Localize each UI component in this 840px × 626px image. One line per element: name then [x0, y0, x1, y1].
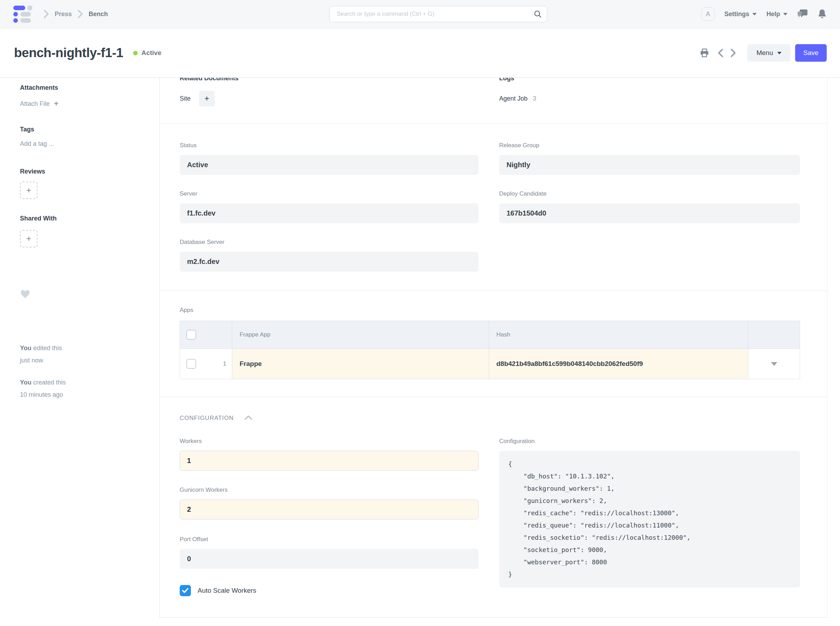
created-meta: You created this 10 minutes ago	[20, 376, 149, 401]
configuration-section-toggle[interactable]: CONFIGURATION	[180, 415, 800, 422]
page-actions: Menu Save	[699, 44, 827, 62]
help-label: Help	[767, 11, 780, 18]
row-index: 1	[223, 360, 226, 367]
settings-label: Settings	[724, 11, 749, 18]
plus-icon: +	[54, 99, 58, 108]
select-all-checkbox[interactable]	[186, 330, 196, 340]
menu-button-label: Menu	[756, 49, 773, 57]
status-field: Status Active	[180, 142, 478, 175]
chevron-down-icon	[753, 13, 757, 16]
gunicorn-workers-input[interactable]	[180, 499, 478, 520]
database-server-value[interactable]: m2.fc.dev	[180, 252, 478, 272]
avatar-letter: A	[706, 11, 710, 18]
breadcrumb-press[interactable]: Press	[55, 11, 72, 18]
like-heart-icon[interactable]	[20, 289, 149, 300]
edited-meta: You edited this just now	[20, 342, 149, 367]
column-header-hash: Hash	[497, 331, 511, 338]
auto-scale-workers-checkbox[interactable]	[180, 585, 191, 596]
database-server-field: Database Server m2.fc.dev	[180, 239, 478, 272]
save-button[interactable]: Save	[795, 44, 827, 62]
global-search	[329, 6, 547, 22]
details-right-column: Release Group Nightly Deploy Candidate 1…	[499, 124, 800, 291]
plus-icon: +	[26, 234, 31, 244]
auto-scale-workers-field: Auto Scale Workers	[180, 585, 478, 596]
workers-label: Workers	[180, 438, 478, 445]
apps-table: Frappe App Hash 1 Frappe d8b421b49a8bf61…	[180, 321, 800, 379]
menu-button[interactable]: Menu	[747, 44, 791, 62]
related-documents-heading: Related Documents	[180, 78, 478, 82]
help-dropdown[interactable]: Help	[767, 11, 787, 18]
attach-file-label: Attach File	[20, 100, 50, 108]
prev-document-icon[interactable]	[717, 48, 724, 58]
edited-user: You	[20, 344, 31, 352]
apps-section: Apps Frappe App Hash 1 Frappe d8b	[160, 291, 827, 397]
breadcrumb: Press Bench	[44, 9, 108, 19]
gunicorn-workers-field: Gunicorn Workers	[180, 487, 478, 520]
add-tag-input[interactable]: Add a tag ...	[20, 140, 149, 147]
server-field: Server f1.fc.dev	[180, 190, 478, 223]
deploy-candidate-label: Deploy Candidate	[499, 190, 800, 197]
reviews-heading: Reviews	[20, 168, 149, 175]
chevron-right-icon	[44, 9, 49, 19]
configuration-json-code: { "db_host": "10.1.3.102", "background_w…	[499, 451, 800, 587]
dashboard-section: Related Documents Site + Logs Agent Job …	[160, 78, 827, 124]
details-left-column: Status Active Server f1.fc.dev Database …	[180, 124, 478, 291]
chevron-down-icon	[777, 52, 782, 54]
status-label: Status	[180, 142, 478, 149]
status-value: Active	[180, 155, 478, 175]
settings-dropdown[interactable]: Settings	[724, 11, 757, 18]
avatar[interactable]: A	[701, 7, 715, 21]
chevron-up-icon	[244, 415, 253, 422]
port-offset-field: Port Offset 0	[180, 536, 478, 569]
notifications-bell-icon[interactable]	[818, 9, 827, 19]
workers-field: Workers	[180, 438, 478, 471]
chat-icon[interactable]	[797, 9, 808, 19]
server-value[interactable]: f1.fc.dev	[180, 203, 478, 223]
configuration-section: CONFIGURATION Workers Gunicorn Workers	[160, 397, 827, 617]
new-site-button[interactable]: +	[199, 91, 215, 106]
apps-table-header: Frappe App Hash	[180, 321, 800, 349]
row-expand-dropdown-icon[interactable]	[771, 362, 777, 366]
edited-when: just now	[20, 354, 149, 367]
search-icon[interactable]	[534, 10, 542, 20]
search-input[interactable]	[329, 6, 547, 22]
created-when: 10 minutes ago	[20, 389, 149, 401]
attach-file-button[interactable]: Attach File +	[20, 99, 149, 108]
server-label: Server	[180, 190, 478, 197]
configuration-left-column: Workers Gunicorn Workers Port Offset 0	[180, 422, 478, 596]
add-share-button[interactable]: +	[20, 230, 37, 247]
column-header-frappe-app: Frappe App	[240, 331, 270, 338]
navbar-right: A Settings Help	[701, 7, 827, 21]
agent-job-link[interactable]: Agent Job	[499, 95, 528, 102]
agent-job-count: 3	[533, 95, 536, 102]
app-cell[interactable]: Frappe	[240, 360, 262, 368]
site-link[interactable]: Site	[180, 95, 190, 102]
chevron-down-icon	[783, 13, 787, 16]
auto-scale-workers-label: Auto Scale Workers	[198, 587, 256, 595]
release-group-field: Release Group Nightly	[499, 142, 800, 175]
related-documents-column: Related Documents Site +	[180, 78, 478, 124]
add-review-button[interactable]: +	[20, 182, 37, 199]
logs-column: Logs Agent Job 3	[499, 78, 800, 124]
status-badge: Active	[133, 49, 161, 57]
workers-input[interactable]	[180, 451, 478, 471]
release-group-value[interactable]: Nightly	[499, 155, 800, 175]
frappe-logo-icon[interactable]	[13, 6, 33, 23]
page: Press Bench A Settings Help	[0, 0, 840, 626]
breadcrumb-bench[interactable]: Bench	[89, 11, 108, 18]
hash-cell[interactable]: d8b421b49a8bf61c599b048140cbb2062fed50f9	[497, 360, 643, 368]
plus-icon: +	[26, 185, 31, 195]
deploy-candidate-value[interactable]: 167b1504d0	[499, 203, 800, 223]
gunicorn-workers-label: Gunicorn Workers	[180, 487, 478, 493]
plus-icon: +	[205, 94, 209, 103]
print-icon[interactable]	[699, 48, 709, 58]
configuration-right-column: Configuration { "db_host": "10.1.3.102",…	[499, 422, 800, 596]
row-checkbox[interactable]	[186, 359, 196, 369]
form-sidebar: Attachments Attach File + Tags Add a tag…	[0, 78, 159, 626]
next-document-icon[interactable]	[730, 48, 737, 58]
tags-heading: Tags	[20, 126, 149, 133]
attachments-heading: Attachments	[20, 84, 149, 91]
configuration-json-label: Configuration	[499, 438, 800, 445]
details-section: Status Active Server f1.fc.dev Database …	[160, 124, 827, 291]
chevron-right-icon	[77, 9, 83, 19]
